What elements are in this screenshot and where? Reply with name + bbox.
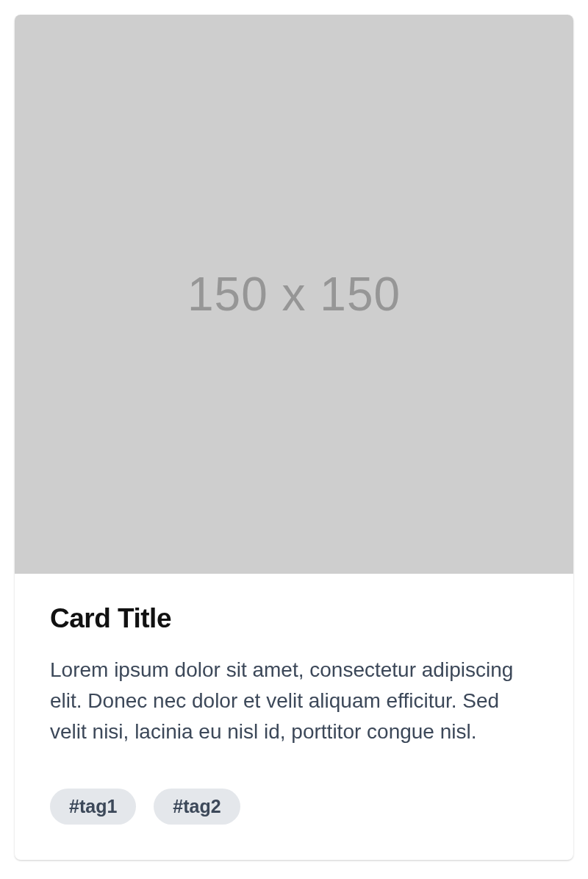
- tag-2[interactable]: #tag2: [154, 789, 240, 825]
- card-title: Card Title: [50, 603, 538, 634]
- tag-row: #tag1 #tag2: [50, 789, 538, 825]
- placeholder-image-text: 150 x 150: [187, 267, 401, 321]
- tag-1[interactable]: #tag1: [50, 789, 136, 825]
- card: 150 x 150 Card Title Lorem ipsum dolor s…: [15, 15, 573, 860]
- card-description: Lorem ipsum dolor sit amet, consectetur …: [50, 655, 538, 747]
- card-body: Card Title Lorem ipsum dolor sit amet, c…: [15, 574, 573, 860]
- card-image-placeholder: 150 x 150: [15, 15, 573, 574]
